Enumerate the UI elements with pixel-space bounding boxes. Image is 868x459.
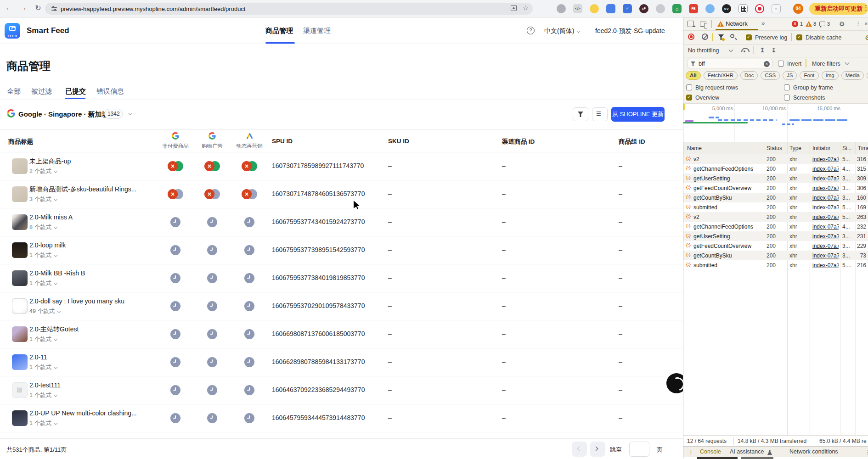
export-har-icon[interactable]: ↧ xyxy=(771,46,777,54)
chip-fetch-xhr[interactable]: Fetch/XHR xyxy=(704,71,738,80)
request-initiator[interactable]: index-07a7 xyxy=(812,262,839,269)
request-name[interactable]: getChannelFeedOptions xyxy=(693,166,761,172)
extension-icon[interactable]: ✓ xyxy=(623,4,632,13)
throttling-select[interactable]: No throttling xyxy=(688,47,719,54)
clear-log-icon[interactable] xyxy=(702,34,708,40)
url-text[interactable]: preview-happyfeed.preview.myshopline.com… xyxy=(61,6,245,12)
drawer-menu-icon[interactable]: ⋮ xyxy=(688,448,694,455)
restart-update-button[interactable]: 重新启动即可更新 xyxy=(809,3,868,15)
request-initiator[interactable]: index-07a7 xyxy=(812,166,839,172)
device-toolbar-icon[interactable] xyxy=(700,22,706,27)
network-overview-graph[interactable]: 5,000 ms 10,000 ms 15,000 ms xyxy=(683,104,868,142)
variant-count[interactable]: 8 个款式 xyxy=(29,224,56,231)
import-har-icon[interactable]: ↥ xyxy=(760,46,765,54)
extension-icon[interactable] xyxy=(705,4,715,13)
variant-count[interactable]: 49 个款式 xyxy=(29,308,60,315)
network-request-row[interactable]: {:}v2200xhrindex-07a75...263 xyxy=(683,212,868,222)
product-title[interactable]: 2.0-UP UP New multi-color clashing... xyxy=(29,409,137,417)
devtools-menu-icon[interactable]: ⋮ xyxy=(855,20,861,27)
variant-count[interactable]: 2 个款式 xyxy=(29,168,56,175)
extension-icon[interactable] xyxy=(755,4,764,13)
status-error-toggle[interactable] xyxy=(242,161,257,171)
close-icon[interactable]: × xyxy=(864,20,868,27)
extension-icon[interactable] xyxy=(590,4,599,13)
filter-button[interactable] xyxy=(573,107,588,121)
status-error-toggle[interactable] xyxy=(168,189,183,199)
disable-cache-checkbox[interactable] xyxy=(796,34,802,40)
request-name[interactable]: v2 xyxy=(693,156,761,162)
network-request-row[interactable]: {:}getUserSetting200xhrindex-07a73...231 xyxy=(683,231,868,241)
jump-page-input[interactable] xyxy=(629,442,649,457)
status-error-toggle[interactable] xyxy=(204,161,220,171)
request-name[interactable]: v2 xyxy=(693,214,761,220)
tab-submitted[interactable]: 已提交 xyxy=(65,87,86,96)
extension-icon[interactable]: cP xyxy=(639,4,648,13)
col-time[interactable]: Time xyxy=(858,145,868,151)
tab-errors[interactable]: 错误信息 xyxy=(96,87,124,96)
browser-forward-button[interactable]: → xyxy=(18,4,28,12)
network-request-row[interactable]: {:}v2200xhrindex-07a75...316 xyxy=(683,154,868,164)
group-by-frame-checkbox[interactable] xyxy=(784,84,790,90)
prev-page-button[interactable] xyxy=(572,442,587,457)
request-name[interactable]: getUserSetting xyxy=(693,233,761,240)
screenshots-checkbox[interactable] xyxy=(784,95,790,101)
product-title[interactable]: 2.0-Milk miss A xyxy=(29,213,73,221)
product-title[interactable]: 2.0-test111 xyxy=(29,381,61,389)
network-request-row[interactable]: {:}getUserSetting200xhrindex-07a73...309 xyxy=(683,174,868,183)
language-selector[interactable]: 中文(简体) xyxy=(544,27,579,35)
col-size[interactable]: Si... xyxy=(842,145,852,151)
request-initiator[interactable]: index-07a7 xyxy=(812,243,839,249)
chip-doc[interactable]: Doc xyxy=(740,71,758,80)
col-status[interactable]: Status xyxy=(767,145,782,151)
request-initiator[interactable]: index-07a7 xyxy=(812,185,839,191)
request-name[interactable]: submitted xyxy=(693,204,761,211)
next-page-button[interactable] xyxy=(590,442,605,457)
message-count-icon[interactable] xyxy=(819,22,825,26)
request-name[interactable]: getFeedCountOverview xyxy=(693,243,761,249)
request-name[interactable]: submitted xyxy=(693,262,761,269)
extension-icon[interactable] xyxy=(656,4,665,13)
drawer-more-icon[interactable]: ⋮ xyxy=(865,448,868,455)
tab-all[interactable]: 全部 xyxy=(7,87,21,96)
product-title[interactable]: 2.0-主站转Gotest xyxy=(29,325,79,334)
request-initiator[interactable]: index-07a7 xyxy=(812,233,839,240)
network-request-row[interactable]: {:}submitted200xhrindex-07a75....169 xyxy=(683,202,868,212)
variant-count[interactable]: 1 个款式 xyxy=(29,336,56,343)
error-count-icon[interactable]: × xyxy=(792,21,798,27)
tab-filtered[interactable]: 被过滤 xyxy=(31,87,52,96)
product-title[interactable]: 新增商品测试-多sku-beautiful Rings... xyxy=(29,185,136,194)
network-request-row[interactable]: {:}getCountBySku200xhrindex-07a73...160 xyxy=(683,193,868,202)
product-title[interactable]: 2.0-Milk BB -Rish B xyxy=(29,269,85,277)
request-name[interactable]: getCountBySku xyxy=(693,195,761,201)
app-tab-product[interactable]: 商品管理 xyxy=(265,27,293,35)
record-icon[interactable] xyxy=(688,34,694,40)
variant-count[interactable]: 1 个款式 xyxy=(29,252,56,259)
search-icon[interactable] xyxy=(730,34,734,38)
floating-chat-button[interactable] xyxy=(666,373,683,393)
browser-reload-button[interactable]: ↻ xyxy=(33,4,43,12)
request-initiator[interactable]: index-07a7 xyxy=(812,156,839,162)
network-request-row[interactable]: {:}getCountBySku200xhrindex-07a73...73 xyxy=(683,251,868,260)
browser-menu-icon[interactable]: ⋮ xyxy=(862,4,868,12)
drawer-tab-console[interactable]: Console xyxy=(700,448,721,455)
more-tabs-icon[interactable]: » xyxy=(761,20,765,27)
status-error-toggle[interactable] xyxy=(242,189,257,199)
network-filter-input[interactable]: bff × xyxy=(687,59,772,68)
big-request-rows-checkbox[interactable] xyxy=(686,84,692,90)
col-name[interactable]: Name xyxy=(687,145,702,151)
variant-count[interactable]: 1 个款式 xyxy=(29,420,56,427)
product-title[interactable]: 2.0-doll say : I love you many sku xyxy=(29,297,124,305)
request-name[interactable]: getUserSetting xyxy=(693,175,761,182)
network-conditions-icon[interactable] xyxy=(741,48,749,52)
network-request-row[interactable]: {:}getFeedCountOverview200xhrindex-07a73… xyxy=(683,241,868,251)
drawer-tab-network-conditions[interactable]: Network conditions xyxy=(789,448,838,455)
bookmark-star-icon[interactable]: ☆ xyxy=(523,4,529,11)
product-title[interactable]: 未上架商品-up xyxy=(29,157,71,166)
network-request-row[interactable]: {:}getFeedCountOverview200xhrindex-07a73… xyxy=(683,183,868,193)
translate-icon[interactable]: A xyxy=(511,5,517,11)
request-name[interactable]: getFeedCountOverview xyxy=(693,185,761,191)
extension-icon[interactable]: ⌂ xyxy=(672,4,682,13)
network-request-row[interactable]: {:}submitted200xhrindex-07a75....216 xyxy=(683,260,868,270)
clear-filter-icon[interactable]: × xyxy=(764,61,770,67)
network-settings-gear-icon[interactable]: ⚙ xyxy=(865,34,868,41)
